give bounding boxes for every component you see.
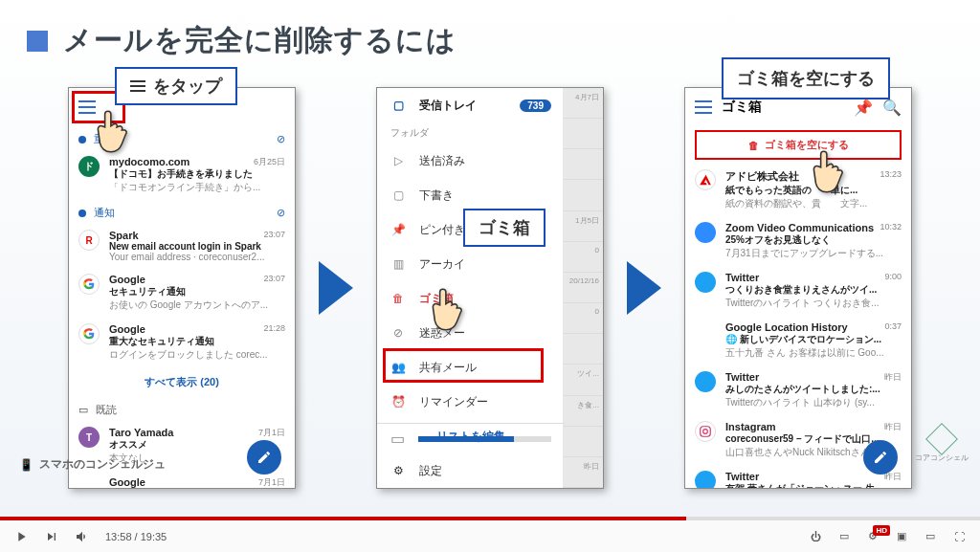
- empty-trash-button[interactable]: 🗑 ゴミ箱を空にする: [695, 130, 902, 160]
- mail-subject: みしのたさんがツイートしました:...: [725, 383, 902, 396]
- avatar: [695, 272, 716, 293]
- avatar: [78, 274, 100, 295]
- obscured-row: 4月7日: [563, 88, 603, 119]
- screen-title: ゴミ箱: [722, 99, 844, 116]
- svg-point-1: [703, 430, 708, 434]
- compose-fab[interactable]: [247, 440, 281, 475]
- play-button[interactable]: [13, 529, 29, 544]
- mail-preview: Your email address · coreconuser2...: [109, 252, 285, 262]
- miniplayer-button[interactable]: ▣: [894, 529, 909, 544]
- fullscreen-button[interactable]: ⛶: [951, 529, 967, 544]
- search-icon[interactable]: 🔍: [882, 99, 902, 117]
- mail-subject: New email account login in Spark: [109, 241, 285, 252]
- compose-fab[interactable]: [863, 440, 898, 475]
- obscured-row: [563, 180, 603, 210]
- pin-icon[interactable]: 📌: [854, 99, 873, 117]
- mail-subject: 有賀 薫さんが「ジェーン・スー 生...: [725, 482, 902, 489]
- mail-item[interactable]: ド mydocomo.com 【ドコモ】お手続きを承りました 「ドコモオンライン…: [69, 150, 295, 200]
- drawer-item-send[interactable]: ▷ 送信済み: [377, 144, 565, 178]
- mail-sender: Twitter: [725, 371, 902, 383]
- section-label: 既読: [96, 403, 117, 417]
- mail-item[interactable]: Google 重大なセキュリティ通知 ログインをブロックしました corec..…: [69, 318, 295, 367]
- watermark: コアコンシェル: [915, 428, 969, 463]
- mail-preview: 五十九番 さん お客様は以前に Goo...: [725, 346, 902, 360]
- tutorial-slide: メールを完全に削除するには をタップ ゴミ箱 ゴミ箱を空にする 重 ⊘ ド my…: [0, 0, 980, 517]
- mail-item[interactable]: Zoom Video Communications 25%オフをお見逃しなく 7…: [685, 216, 911, 266]
- mail-preview: 紙の資料の翻訳や、貴 文字...: [725, 197, 902, 210]
- avatar: [78, 476, 100, 489]
- captions-button[interactable]: ▭: [836, 529, 852, 544]
- menu-button[interactable]: [695, 100, 712, 114]
- phone-trash: ゴミ箱 📌 🔍 🗑 ゴミ箱を空にする アドビ株式会社 紙でもらった英語の 単に.…: [684, 87, 912, 489]
- drawer-label: 送信済み: [419, 153, 465, 169]
- avatar: [695, 421, 716, 442]
- mail-sender: Google Location History: [725, 321, 902, 333]
- mail-item[interactable]: R Spark New email account login in Spark…: [69, 224, 295, 268]
- mail-time: 10:32: [880, 222, 902, 232]
- mail-item[interactable]: Google セキュリティ通知 お使いの Google アカウントへのア... …: [69, 268, 295, 318]
- mail-time: 23:07: [263, 274, 285, 283]
- drawer-inbox[interactable]: ▢ 受信トレイ 739: [377, 88, 565, 122]
- drawer-label: 下書き: [419, 188, 454, 204]
- mail-time: 23:07: [263, 230, 285, 239]
- progress-bar[interactable]: [0, 517, 980, 520]
- mail-time: 7月1日: [258, 476, 285, 489]
- mail-item[interactable]: アドビ株式会社 紙でもらった英語の 単に... 紙の資料の翻訳や、貴 文字...…: [685, 164, 911, 216]
- trash-icon: 🗑: [748, 140, 759, 151]
- obscured-row: 昨日: [563, 457, 603, 488]
- mail-preview: 7月31日までにアップグレードする...: [725, 247, 902, 260]
- mail-time: 6月25日: [254, 156, 285, 168]
- check-icon: ⊘: [277, 133, 285, 145]
- spam-icon: ⊘: [390, 325, 406, 341]
- drawer-item-reminder[interactable]: ⏰ リマインダー: [377, 385, 565, 419]
- autoplay-toggle[interactable]: ⏻: [808, 529, 823, 544]
- phone-icon: 📱: [19, 458, 33, 472]
- theater-button[interactable]: ▭: [923, 529, 938, 544]
- mail-item[interactable]: Twitter つくりおき食堂まりえさんがツイ... Twitterのハイライト…: [685, 266, 911, 316]
- obscured-row: ツイ...: [563, 364, 603, 395]
- hamburger-icon: [130, 80, 145, 92]
- mail-time: 13:23: [880, 169, 902, 179]
- drawer-label: アーカイ: [419, 256, 465, 273]
- section-read: ▭ 既読: [69, 397, 295, 421]
- mail-sender: Instagram: [725, 421, 902, 432]
- callout-empty-trash: ゴミ箱を空にする: [722, 57, 890, 99]
- mail-preview: ログインをブロックしました corec...: [109, 348, 285, 362]
- section-label: 通知: [94, 206, 115, 220]
- drawer-settings[interactable]: ⚙ 設定: [377, 453, 565, 488]
- brand-text: スマホのコンシェルジュ: [39, 456, 166, 473]
- drawer-item-spam[interactable]: ⊘ 迷惑メー: [377, 316, 565, 350]
- mail-subject: セキュリティ通知: [109, 285, 285, 298]
- avatar: [695, 169, 716, 190]
- unread-badge: 739: [520, 99, 551, 112]
- drawer-item-archive[interactable]: ▥ アーカイ: [377, 247, 565, 281]
- mail-item[interactable]: Google Location History 🌐 新しいデバイスでロケーション…: [685, 316, 911, 365]
- avatar: [78, 323, 100, 344]
- highlight-box: [383, 348, 544, 383]
- next-button[interactable]: [44, 529, 59, 544]
- dot-icon: [78, 210, 86, 217]
- show-all-link[interactable]: すべて表示 (20): [69, 367, 295, 397]
- trash-icon: 🗑: [390, 291, 406, 306]
- drawer-item-trash[interactable]: 🗑 ゴミ箱: [377, 281, 565, 316]
- arrow-icon: [319, 261, 353, 315]
- mail-subject: 25%オフをお見逃しなく: [725, 233, 902, 247]
- mail-sender: Google: [109, 274, 285, 285]
- drawer-label: 受信トレイ: [419, 98, 477, 114]
- reminder-icon: ⏰: [390, 394, 406, 409]
- check-icon: ⊘: [277, 207, 285, 219]
- mail-item[interactable]: Twitter みしのたさんがツイートしました:... Twitterのハイライ…: [685, 365, 911, 415]
- hd-badge: HD: [873, 525, 890, 536]
- mail-subject: 🌐 新しいデバイスでロケーション...: [725, 333, 902, 346]
- player-controls: 13:58 / 19:35 ⏻ ▭ ⚙HD ▣ ▭ ⛶: [0, 520, 980, 552]
- obscured-row: [563, 334, 603, 364]
- section-notify: 通知 ⊘: [69, 200, 295, 224]
- volume-button[interactable]: [75, 529, 90, 544]
- mail-preview: お使いの Google アカウントへのア...: [109, 298, 285, 312]
- archive-icon: ▥: [390, 256, 406, 272]
- inbox-icon: ▢: [390, 98, 406, 113]
- settings-button[interactable]: ⚙HD: [865, 529, 880, 544]
- mail-time: 昨日: [884, 421, 902, 433]
- drawer-item-draft[interactable]: ▢ 下書き: [377, 178, 565, 212]
- obscured-row: [563, 427, 603, 457]
